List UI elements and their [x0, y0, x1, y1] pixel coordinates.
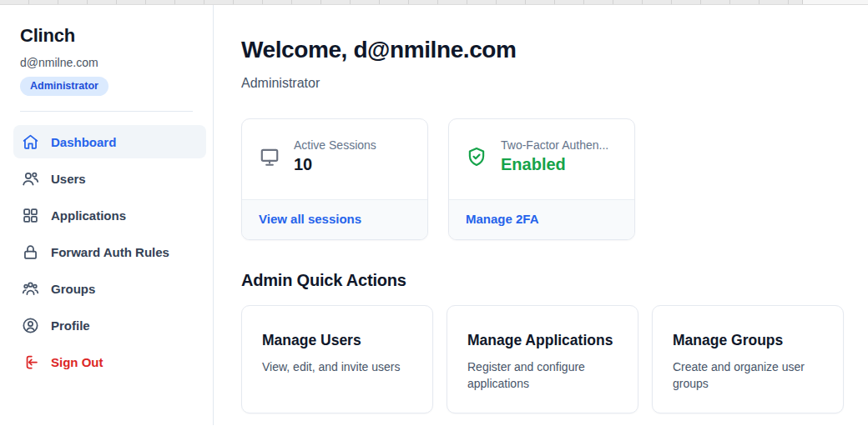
- sidebar-item-forward-auth-rules[interactable]: Forward Auth Rules: [13, 235, 206, 268]
- stat-card-body: Active Sessions 10: [242, 119, 427, 199]
- manage-2fa-link[interactable]: Manage 2FA: [466, 212, 539, 226]
- app-window: Clinch d@nmilne.com Administrator Dashbo…: [0, 5, 868, 425]
- page-title: Welcome, d@nmilne.com: [241, 37, 844, 63]
- home-icon: [22, 133, 39, 151]
- action-card-description: View, edit, and invite users: [262, 358, 414, 375]
- stat-label: Active Sessions: [294, 138, 376, 152]
- profile-icon: [22, 317, 39, 334]
- sidebar-item-label: Sign Out: [51, 355, 103, 369]
- manage-users-card[interactable]: Manage Users View, edit, and invite user…: [241, 305, 433, 413]
- users-icon: [22, 170, 39, 188]
- action-card-description: Register and configure applications: [467, 358, 619, 393]
- quick-actions-row: Manage Users View, edit, and invite user…: [241, 305, 844, 413]
- page-subtitle: Administrator: [241, 76, 844, 91]
- action-card-title: Manage Groups: [673, 332, 825, 349]
- stat-value: 10: [294, 155, 376, 174]
- manage-groups-card[interactable]: Manage Groups Create and organize user g…: [652, 305, 844, 413]
- sidebar-item-users[interactable]: Users: [13, 162, 206, 195]
- active-sessions-card: Active Sessions 10 View all sessions: [241, 118, 428, 240]
- sidebar-item-dashboard[interactable]: Dashboard: [13, 125, 206, 158]
- action-card-description: Create and organize user groups: [673, 358, 825, 393]
- role-badge: Administrator: [20, 77, 108, 96]
- lock-icon: [22, 243, 39, 261]
- stat-value: Enabled: [501, 155, 608, 174]
- sidebar-item-label: Groups: [51, 282, 95, 296]
- sidebar-item-label: Dashboard: [51, 135, 116, 149]
- main-content: Welcome, d@nmilne.com Administrator Acti…: [214, 5, 868, 425]
- stat-card-body: Two-Factor Authen... Enabled: [449, 119, 634, 199]
- sidebar-item-label: Users: [51, 172, 86, 186]
- sidebar-item-groups[interactable]: Groups: [13, 272, 206, 305]
- sidebar-item-label: Applications: [51, 208, 126, 223]
- browser-tab-strip: [0, 0, 868, 5]
- app-title: Clinch: [20, 25, 199, 47]
- user-email: d@nmilne.com: [20, 56, 199, 69]
- grid-icon: [22, 207, 39, 224]
- sidebar-divider: [20, 111, 193, 112]
- view-all-sessions-link[interactable]: View all sessions: [259, 212, 361, 226]
- sidebar-item-applications[interactable]: Applications: [13, 198, 206, 232]
- sidebar: Clinch d@nmilne.com Administrator Dashbo…: [0, 5, 214, 425]
- groups-icon: [22, 280, 39, 298]
- quick-actions-heading: Admin Quick Actions: [241, 271, 844, 290]
- stat-cards-row: Active Sessions 10 View all sessions Two…: [241, 118, 844, 240]
- action-card-title: Manage Users: [262, 332, 414, 349]
- stat-card-text: Active Sessions 10: [294, 138, 376, 174]
- sidebar-item-label: Forward Auth Rules: [51, 245, 169, 259]
- shield-check-icon: [466, 146, 487, 168]
- two-factor-card: Two-Factor Authen... Enabled Manage 2FA: [448, 118, 635, 240]
- manage-applications-card[interactable]: Manage Applications Register and configu…: [447, 305, 638, 413]
- sidebar-nav: Dashboard Users Applications Forward Aut…: [20, 125, 199, 378]
- action-card-title: Manage Applications: [467, 332, 619, 349]
- monitor-icon: [259, 146, 280, 168]
- logout-icon: [22, 353, 39, 371]
- sidebar-item-label: Profile: [51, 318, 90, 333]
- stat-label: Two-Factor Authen...: [501, 138, 608, 152]
- sidebar-item-profile[interactable]: Profile: [13, 308, 206, 342]
- stat-card-footer: View all sessions: [242, 199, 427, 239]
- stat-card-text: Two-Factor Authen... Enabled: [501, 138, 608, 174]
- sidebar-item-sign-out[interactable]: Sign Out: [13, 345, 206, 378]
- stat-card-footer: Manage 2FA: [449, 199, 634, 239]
